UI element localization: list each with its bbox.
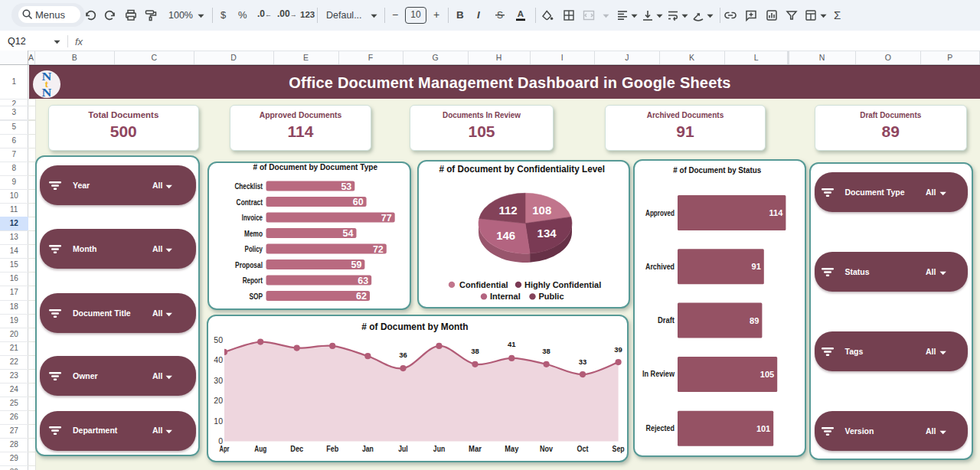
- svg-text:Draft Documents: Draft Documents: [860, 110, 921, 119]
- svg-text:36: 36: [399, 351, 407, 359]
- svg-text:Contract: Contract: [236, 197, 263, 207]
- svg-text:134: 134: [537, 227, 557, 240]
- svg-text:Jan: Jan: [362, 445, 374, 453]
- svg-text:Jul: Jul: [398, 445, 408, 453]
- svg-text:30: 30: [214, 376, 223, 385]
- svg-text:Sep: Sep: [612, 445, 625, 453]
- svg-text:38: 38: [542, 347, 550, 355]
- svg-text:Dec: Dec: [290, 445, 303, 453]
- svg-text:50: 50: [214, 335, 223, 344]
- svg-text:38: 38: [471, 347, 479, 355]
- svg-text:105: 105: [760, 370, 773, 379]
- svg-text:59: 59: [351, 259, 361, 270]
- svg-text:Report: Report: [242, 276, 262, 285]
- svg-text:Confidential: Confidential: [459, 280, 508, 289]
- svg-text:# of Document by Month: # of Document by Month: [361, 321, 468, 332]
- svg-text:Policy: Policy: [244, 244, 263, 253]
- svg-text:105: 105: [468, 122, 495, 140]
- svg-text:Total Documents: Total Documents: [88, 110, 158, 119]
- svg-text:41: 41: [508, 340, 516, 348]
- svg-text:Oct: Oct: [577, 445, 590, 453]
- svg-text:112: 112: [498, 204, 517, 217]
- svg-text:Memo: Memo: [244, 229, 263, 238]
- svg-text:Jun: Jun: [433, 445, 445, 453]
- svg-text:114: 114: [288, 122, 314, 140]
- svg-text:89: 89: [882, 122, 900, 140]
- svg-text:108: 108: [532, 204, 551, 217]
- svg-text:A: A: [518, 9, 524, 18]
- svg-text:500: 500: [110, 122, 137, 140]
- svg-text:Proposal: Proposal: [235, 260, 263, 269]
- svg-text:Internal: Internal: [490, 292, 521, 301]
- svg-text:63: 63: [358, 276, 368, 286]
- svg-text:0: 0: [218, 436, 223, 446]
- svg-text:20: 20: [214, 396, 223, 405]
- svg-text:40: 40: [214, 355, 223, 364]
- svg-text:91: 91: [751, 262, 760, 271]
- svg-text:SOP: SOP: [249, 292, 263, 301]
- svg-text:146: 146: [496, 229, 515, 242]
- svg-text:Documents In Review: Documents In Review: [443, 110, 521, 119]
- svg-text:54: 54: [342, 228, 353, 239]
- svg-text:101: 101: [756, 424, 769, 433]
- svg-text:Invoice: Invoice: [241, 213, 262, 222]
- svg-text:Mar: Mar: [469, 445, 482, 453]
- svg-text:39: 39: [614, 345, 622, 354]
- svg-text:# of Document by Confidentiali: # of Document by Confidentiality Level: [439, 163, 605, 175]
- svg-text:62: 62: [356, 291, 367, 302]
- svg-text:Approved Documents: Approved Documents: [260, 110, 342, 119]
- svg-text:Rejected: Rejected: [645, 424, 674, 432]
- svg-text:# of Document by Status: # of Document by Status: [673, 165, 761, 175]
- svg-text:Archived Documents: Archived Documents: [647, 110, 724, 119]
- svg-text:33: 33: [579, 357, 587, 366]
- svg-text:Public: Public: [539, 292, 564, 301]
- svg-text:77: 77: [381, 213, 391, 224]
- svg-text:Feb: Feb: [326, 445, 338, 453]
- svg-text:91: 91: [676, 122, 694, 140]
- svg-text:May: May: [505, 445, 518, 453]
- svg-text:89: 89: [750, 316, 759, 325]
- svg-text:10: 10: [214, 416, 223, 426]
- svg-text:60: 60: [352, 197, 363, 207]
- svg-text:Nov: Nov: [540, 445, 553, 453]
- svg-text:# of Document by Document Type: # of Document by Document Type: [253, 163, 377, 171]
- svg-text:114: 114: [769, 208, 783, 217]
- svg-text:72: 72: [372, 244, 383, 255]
- svg-text:Draft: Draft: [658, 316, 675, 325]
- svg-text:In Review: In Review: [642, 370, 675, 378]
- svg-text:Aug: Aug: [254, 445, 266, 453]
- svg-text:53: 53: [341, 181, 351, 192]
- svg-text:Checklist: Checklist: [234, 181, 263, 191]
- svg-text:Approved: Approved: [645, 209, 675, 217]
- svg-text:Apr: Apr: [220, 445, 230, 453]
- svg-text:Highly Confidential: Highly Confidential: [524, 280, 601, 289]
- svg-text:Archived: Archived: [645, 263, 675, 271]
